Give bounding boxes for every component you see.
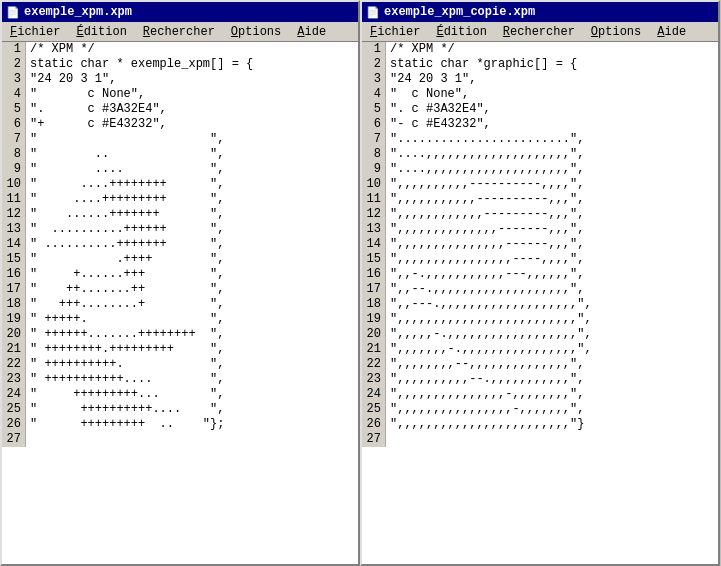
line-content: " ++.......++ ", [26, 282, 224, 297]
line-content: ". c #3A32E4", [26, 102, 167, 117]
table-row: 14" ..........+++++++ ", [2, 237, 358, 252]
line-number: 21 [362, 342, 386, 357]
left-menu-fichier[interactable]: Fichier [2, 22, 68, 41]
line-number: 3 [2, 72, 26, 87]
line-number: 15 [2, 252, 26, 267]
line-number: 6 [2, 117, 26, 132]
line-number: 17 [362, 282, 386, 297]
table-row: 2static char *graphic[] = { [362, 57, 718, 72]
line-content: " .... ", [26, 162, 224, 177]
table-row: 24",,,,,,,,,,,,,,,-,,,,,,,,", [362, 387, 718, 402]
table-row: 11" ....+++++++++ ", [2, 192, 358, 207]
table-row: 26",,,,,,,,,,,,,,,,,,,,,,,,"} [362, 417, 718, 432]
line-content: " +++++++++ .. "}; [26, 417, 224, 432]
line-content: ",,,,,,,,,,,,,,,,,,,,,,,,"} [386, 417, 584, 432]
table-row: 16" +......+++ ", [2, 267, 358, 282]
line-number: 24 [2, 387, 26, 402]
table-row: 4" c None", [2, 87, 358, 102]
line-content: "....,,,,,,,,,,,,,,,,,,,,", [386, 162, 584, 177]
line-content: " +++........+ ", [26, 297, 224, 312]
right-menu-aide[interactable]: Aide [649, 22, 694, 41]
right-menu-options[interactable]: Options [583, 22, 649, 41]
line-number: 24 [362, 387, 386, 402]
left-title: exemple_xpm.xpm [24, 5, 132, 19]
table-row: 17" ++.......++ ", [2, 282, 358, 297]
table-row: 6"+ c #E43232", [2, 117, 358, 132]
table-row: 15" .++++ ", [2, 252, 358, 267]
table-row: 15",,,,,,,,,,,,,,,,----,,,,", [362, 252, 718, 267]
line-number: 14 [2, 237, 26, 252]
line-content: ",,,,,,,,,,,,,,,,----,,,,", [386, 252, 584, 267]
table-row: 25" ++++++++++.... ", [2, 402, 358, 417]
line-number: 23 [2, 372, 26, 387]
line-content: ",,,,,,,-.,,,,,,,,,,,,,,,,", [386, 342, 592, 357]
right-menu-edition[interactable]: Édition [428, 22, 494, 41]
line-number: 3 [362, 72, 386, 87]
line-number: 13 [362, 222, 386, 237]
table-row: 18" +++........+ ", [2, 297, 358, 312]
line-content: "24 20 3 1", [386, 72, 476, 87]
line-number: 7 [362, 132, 386, 147]
table-row: 10",,,,,,,,,,----------,,,,", [362, 177, 718, 192]
line-number: 19 [362, 312, 386, 327]
line-number: 8 [362, 147, 386, 162]
table-row: 22" ++++++++++. ", [2, 357, 358, 372]
line-content: static char * exemple_xpm[] = { [26, 57, 253, 72]
line-content: " c None", [26, 87, 145, 102]
line-content [386, 432, 390, 447]
line-number: 10 [362, 177, 386, 192]
line-content: ". c #3A32E4", [386, 102, 491, 117]
line-number: 8 [2, 147, 26, 162]
line-content: ",,-.,,,,,,,,,,,---,,,,,,", [386, 267, 584, 282]
table-row: 9" .... ", [2, 162, 358, 177]
table-row: 20",,,,,-.,,,,,,,,,,,,,,,,,,", [362, 327, 718, 342]
line-content [26, 432, 30, 447]
table-row: 6"- c #E43232", [362, 117, 718, 132]
line-number: 20 [2, 327, 26, 342]
line-number: 5 [362, 102, 386, 117]
line-content: /* XPM */ [26, 42, 95, 57]
left-menu-edition[interactable]: Édition [68, 22, 134, 41]
line-content: ",,,,,,,,,,,,,,-------,,,", [386, 222, 584, 237]
table-row: 10" ....++++++++ ", [2, 177, 358, 192]
line-content: " .++++ ", [26, 252, 224, 267]
line-content: static char *graphic[] = { [386, 57, 577, 72]
line-number: 5 [2, 102, 26, 117]
left-menu-rechercher[interactable]: Rechercher [135, 22, 223, 41]
line-content: " ..........+++++++ ", [26, 237, 224, 252]
table-row: 11",,,,,,,,,,,----------,,,", [362, 192, 718, 207]
table-row: 26" +++++++++ .. "}; [2, 417, 358, 432]
line-number: 27 [2, 432, 26, 447]
line-content: " ++++++++.+++++++++ ", [26, 342, 224, 357]
right-menu-rechercher[interactable]: Rechercher [495, 22, 583, 41]
line-content: ",,,,,,,,,,,----------,,,", [386, 192, 584, 207]
table-row: 1/* XPM */ [362, 42, 718, 57]
line-content: "24 20 3 1", [26, 72, 116, 87]
left-menu-bar: Fichier Édition Rechercher Options Aide [2, 22, 358, 42]
left-menu-options[interactable]: Options [223, 22, 289, 41]
line-content: ",,,,,,,,,,--.,,,,,,,,,,,", [386, 372, 584, 387]
line-content: ",,,,,,,,,,,,,,,,,,,,,,,,,", [386, 312, 592, 327]
line-number: 15 [362, 252, 386, 267]
line-content: "........................", [386, 132, 584, 147]
left-menu-aide[interactable]: Aide [289, 22, 334, 41]
line-number: 1 [2, 42, 26, 57]
line-content: " .. ", [26, 147, 224, 162]
table-row: 9"....,,,,,,,,,,,,,,,,,,,,", [362, 162, 718, 177]
line-number: 11 [2, 192, 26, 207]
line-number: 7 [2, 132, 26, 147]
line-number: 11 [362, 192, 386, 207]
line-content: "....,,,,,,,,,,,,,,,,,,,,", [386, 147, 584, 162]
table-row: 5". c #3A32E4", [2, 102, 358, 117]
line-number: 9 [362, 162, 386, 177]
line-number: 18 [362, 297, 386, 312]
line-number: 4 [362, 87, 386, 102]
line-number: 26 [362, 417, 386, 432]
table-row: 23" +++++++++++.... ", [2, 372, 358, 387]
line-number: 2 [362, 57, 386, 72]
line-content: ",,,,,,,,,,----------,,,,", [386, 177, 584, 192]
right-menu-fichier[interactable]: Fichier [362, 22, 428, 41]
line-number: 23 [362, 372, 386, 387]
line-number: 27 [362, 432, 386, 447]
line-content: " ..........++++++ ", [26, 222, 224, 237]
